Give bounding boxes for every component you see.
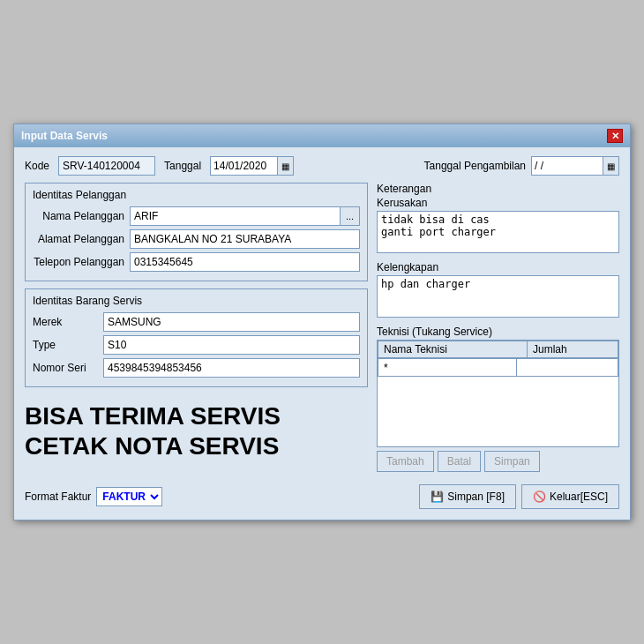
keterangan-title: Keterangan xyxy=(377,183,619,195)
telepon-input[interactable] xyxy=(130,252,360,272)
simpan-label: Simpan [F8] xyxy=(447,490,505,503)
teknisi-table: Nama Teknisi Jumlah xyxy=(378,341,618,358)
col-jumlah-header: Jumlah xyxy=(528,341,618,358)
right-panel: Keterangan Kerusakan tidak bisa di cas g… xyxy=(377,183,619,477)
nama-input[interactable] xyxy=(130,206,341,226)
kerusakan-label: Kerusakan xyxy=(377,197,619,209)
simpan-icon: 💾 xyxy=(431,490,444,503)
merek-row: Merek xyxy=(33,312,360,332)
simpan-kecil-button[interactable]: Simpan xyxy=(484,451,540,472)
close-button[interactable]: ✕ xyxy=(607,129,623,143)
kode-label: Kode xyxy=(25,160,49,172)
main-content: Identitas Pelanggan Nama Pelanggan ... A… xyxy=(25,183,619,477)
merek-input[interactable] xyxy=(103,312,360,332)
table-row: * xyxy=(378,359,618,377)
nama-browse-btn[interactable]: ... xyxy=(341,206,360,226)
teknisi-nama-cell: * xyxy=(378,359,517,377)
footer-right: 💾 Simpan [F8] 🚫 Keluar[ESC] xyxy=(419,484,619,509)
kerusakan-section: Kerusakan tidak bisa di cas ganti port c… xyxy=(377,197,619,256)
promo-text: BISA TERIMA SERVIS CETAK NOTA SERVIS xyxy=(25,401,368,461)
nama-input-group: ... xyxy=(130,206,360,226)
keluar-esc-button[interactable]: 🚫 Keluar[ESC] xyxy=(521,484,619,509)
nomor-seri-input[interactable] xyxy=(103,358,360,378)
type-input[interactable] xyxy=(103,335,360,355)
tanggal-container: ▦ xyxy=(210,156,294,176)
promo-line1: BISA TERIMA SERVIS xyxy=(25,401,368,431)
tanggal-calendar-btn[interactable]: ▦ xyxy=(277,157,293,175)
teknisi-jumlah-cell xyxy=(516,359,618,377)
telepon-label: Telepon Pelanggan xyxy=(33,256,130,268)
top-row: Kode Tanggal ▦ Tanggal Pengambilan ▦ xyxy=(25,156,619,176)
simpan-f8-button[interactable]: 💾 Simpan [F8] xyxy=(419,484,516,509)
nomor-seri-row: Nomor Seri xyxy=(33,358,360,378)
window-body: Kode Tanggal ▦ Tanggal Pengambilan ▦ xyxy=(14,147,630,520)
nama-label: Nama Pelanggan xyxy=(33,210,130,222)
left-panel: Identitas Pelanggan Nama Pelanggan ... A… xyxy=(25,183,368,477)
telepon-row: Telepon Pelanggan xyxy=(33,252,360,272)
kerusakan-textarea[interactable]: tidak bisa di cas ganti port charger xyxy=(377,211,619,253)
kelengkapan-textarea[interactable]: hp dan charger xyxy=(377,275,619,318)
merek-label: Merek xyxy=(33,316,103,328)
promo-line2: CETAK NOTA SERVIS xyxy=(25,431,368,461)
type-label: Type xyxy=(33,339,103,351)
tanggal-input[interactable] xyxy=(211,157,277,175)
alamat-input[interactable] xyxy=(130,229,360,249)
identitas-pelanggan-section: Identitas Pelanggan Nama Pelanggan ... A… xyxy=(25,183,368,281)
tanggal-label: Tanggal xyxy=(164,160,201,172)
identitas-pelanggan-title: Identitas Pelanggan xyxy=(33,189,360,201)
teknisi-table-scroll: * xyxy=(378,358,618,446)
col-nama-header: Nama Teknisi xyxy=(378,341,528,358)
teknisi-title: Teknisi (Tukang Service) xyxy=(377,326,619,338)
format-faktur-label: Format Faktur xyxy=(25,490,91,503)
title-bar: Input Data Servis ✕ xyxy=(14,124,630,147)
identitas-barang-title: Identitas Barang Servis xyxy=(33,295,360,307)
alamat-label: Alamat Pelanggan xyxy=(33,233,130,245)
tanggal-pengambilan-calendar-btn[interactable]: ▦ xyxy=(603,157,618,175)
type-row: Type xyxy=(33,335,360,355)
window-title: Input Data Servis xyxy=(21,130,108,142)
nomor-seri-label: Nomor Seri xyxy=(33,362,103,374)
keluar-icon: 🚫 xyxy=(533,490,546,503)
kelengkapan-section: Kelengkapan hp dan charger xyxy=(377,261,619,320)
main-window: Input Data Servis ✕ Kode Tanggal ▦ Tangg… xyxy=(13,124,631,520)
teknisi-section: Teknisi (Tukang Service) Nama Teknisi Ju… xyxy=(377,326,619,472)
teknisi-btn-row: Tambah Batal Simpan xyxy=(377,451,619,472)
batal-button[interactable]: Batal xyxy=(438,451,481,472)
nama-row: Nama Pelanggan ... xyxy=(33,206,360,226)
footer-left: Format Faktur FAKTUR xyxy=(25,487,162,506)
teknisi-table-container: Nama Teknisi Jumlah * xyxy=(377,340,619,447)
footer-row: Format Faktur FAKTUR 💾 Simpan [F8] 🚫 Kel… xyxy=(25,484,619,509)
tanggal-pengambilan-date: ▦ xyxy=(531,156,619,176)
tanggal-pengambilan-input[interactable] xyxy=(532,157,603,175)
teknisi-table-body: * xyxy=(378,358,618,377)
kode-input[interactable] xyxy=(58,156,155,176)
keluar-label: Keluar[ESC] xyxy=(550,490,608,503)
tanggal-pengambilan-container: Tanggal Pengambilan ▦ xyxy=(424,156,619,176)
alamat-row: Alamat Pelanggan xyxy=(33,229,360,249)
tanggal-pengambilan-label: Tanggal Pengambilan xyxy=(424,160,526,172)
format-faktur-select[interactable]: FAKTUR xyxy=(96,487,162,506)
kelengkapan-label: Kelengkapan xyxy=(377,261,619,273)
tambah-button[interactable]: Tambah xyxy=(377,451,434,472)
identitas-barang-section: Identitas Barang Servis Merek Type Nomor… xyxy=(25,288,368,387)
